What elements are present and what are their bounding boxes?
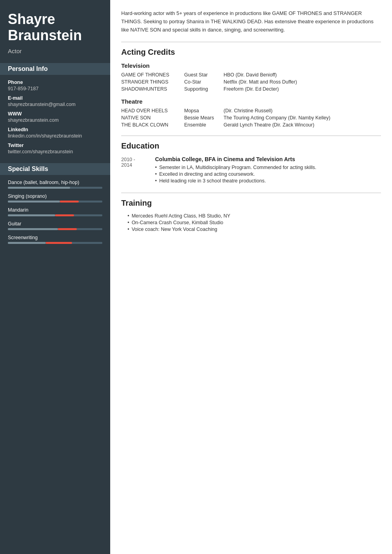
credit-row-tbc: THE BLACK CLOWN Ensemble Gerald Lynch Th…: [121, 122, 381, 128]
special-skills-header: Special Skills: [0, 163, 110, 175]
credit-row-ns: NATIVE SON Bessie Mears The Touring Acti…: [121, 115, 381, 121]
www-value: shayrezbraunstein.com: [8, 117, 102, 123]
edu-bullet-text-2: Held leading role in 3 school theatre pr…: [159, 178, 266, 184]
credit-detail-st: Netflix (Dir. Matt and Ross Duffer): [224, 79, 381, 85]
education-section: Education 2010 - 2014 Columbia College, …: [121, 141, 381, 185]
edu-date-start: 2010 -: [121, 157, 149, 162]
training-bullet-2: • Voice coach: New York Vocal Coaching: [128, 227, 381, 232]
linkedin-value: linkedin.com/in/shayrezbraunstein: [8, 133, 102, 139]
training-content: • Mercedes Ruehl Acting Class, HB Studio…: [128, 213, 381, 232]
skill-singing: Singing (soprano): [8, 193, 102, 203]
linkedin-label: LinkedIn: [8, 127, 102, 132]
skill-mandarin-accent: [55, 214, 74, 216]
credit-row-hoh: HEAD OVER HEELS Mopsa (Dir. Christine Ru…: [121, 108, 381, 113]
credit-row-sh: SHADOWHUNTERS Supporting Freeform (Dir. …: [121, 86, 381, 92]
sidebar: Shayre Braunstein Actor Personal Info Ph…: [0, 0, 110, 554]
credit-detail-got: HBO (Dir. David Benioff): [224, 72, 381, 78]
training-bullet-dot-2: •: [128, 227, 129, 232]
training-title: Training: [121, 199, 381, 208]
television-subtitle: Television: [121, 62, 381, 69]
education-title: Education: [121, 141, 381, 151]
credit-show-hoh: HEAD OVER HEELS: [121, 108, 184, 113]
acting-credits-title: Acting Credits: [121, 48, 381, 57]
credit-role-hoh: Mopsa: [184, 108, 224, 113]
credit-detail-sh: Freeform (Dir. Ed Decter): [224, 86, 381, 92]
skills-section: Dance (ballet, ballroom, hip-hop) Singin…: [8, 180, 102, 244]
edu-entry-0: 2010 - 2014 Columbia College, BFA in Cin…: [121, 156, 381, 185]
acting-credits-section: Acting Credits Television GAME OF THRONE…: [121, 48, 381, 128]
training-section: Training • Mercedes Ruehl Acting Class, …: [121, 199, 381, 232]
www-label: WWW: [8, 111, 102, 117]
edu-bullet-text-0: Semester in LA, Multidisciplinary Progra…: [159, 165, 316, 170]
skill-singing-accent: [60, 201, 79, 203]
personal-info-section: Phone 917-859-7187 E-mail shayrezbraunst…: [8, 80, 102, 154]
skill-screenwriting: Screenwriting: [8, 235, 102, 244]
phone-label: Phone: [8, 80, 102, 85]
skill-singing-bar: [8, 201, 102, 203]
skill-guitar-fill: [8, 228, 58, 230]
credit-show-got: GAME OF THRONES: [121, 72, 184, 78]
personal-info-header: Personal Info: [0, 63, 110, 75]
email-label: E-mail: [8, 95, 102, 101]
edu-bullet-text-1: Excelled in directing and acting coursew…: [159, 171, 255, 177]
skill-singing-fill: [8, 201, 60, 203]
edu-school: Columbia College, BFA in Cinema and Tele…: [155, 156, 316, 162]
skill-screenwriting-fill: [8, 242, 46, 244]
training-bullet-text-1: On-Camera Crash Course, Kimball Studio: [131, 220, 223, 225]
credit-role-tbc: Ensemble: [184, 122, 224, 128]
skill-dance-fill: [8, 187, 70, 189]
candidate-title: Actor: [8, 48, 102, 54]
edu-bullet-dot-0: •: [155, 165, 157, 170]
credit-show-ns: NATIVE SON: [121, 115, 184, 121]
training-bullet-dot-0: •: [128, 213, 129, 219]
edu-content: Columbia College, BFA in Cinema and Tele…: [155, 156, 316, 185]
training-bullet-text-0: Mercedes Ruehl Acting Class, HB Studio, …: [131, 213, 230, 219]
edu-bullet-2: • Held leading role in 3 school theatre …: [155, 178, 316, 184]
skill-guitar-bar: [8, 228, 102, 230]
skill-guitar-label: Guitar: [8, 221, 102, 227]
training-bullet-0: • Mercedes Ruehl Acting Class, HB Studio…: [128, 213, 381, 219]
credit-detail-ns: The Touring Acting Company (Dir. Namby K…: [224, 115, 381, 121]
credit-role-ns: Bessie Mears: [184, 115, 224, 121]
skill-screenwriting-accent: [46, 242, 72, 244]
television-block: Television GAME OF THRONES Guest Star HB…: [121, 62, 381, 92]
edu-bullet-0: • Semester in LA, Multidisciplinary Prog…: [155, 165, 316, 170]
training-bullet-dot-1: •: [128, 220, 129, 225]
credit-show-tbc: THE BLACK CLOWN: [121, 122, 184, 128]
skill-screenwriting-label: Screenwriting: [8, 235, 102, 240]
edu-bullet-dot-2: •: [155, 178, 157, 184]
theatre-block: Theatre HEAD OVER HEELS Mopsa (Dir. Chri…: [121, 98, 381, 128]
theatre-subtitle: Theatre: [121, 98, 381, 105]
credit-detail-hoh: (Dir. Christine Russell): [224, 108, 381, 113]
credit-show-st: STRANGER THINGS: [121, 79, 184, 85]
skill-mandarin-label: Mandarin: [8, 207, 102, 213]
skill-dance: Dance (ballet, ballroom, hip-hop): [8, 180, 102, 189]
credit-detail-tbc: Gerald Lynch Theatre (Dir. Zack Wincour): [224, 122, 381, 128]
twitter-value: twitter.com/shayrezbraunstein: [8, 149, 102, 154]
candidate-name: Shayre Braunstein: [8, 11, 102, 44]
skill-dance-bar: [8, 187, 102, 189]
training-bullet-text-2: Voice coach: New York Vocal Coaching: [131, 227, 217, 232]
skill-dance-label: Dance (ballet, ballroom, hip-hop): [8, 180, 102, 185]
credit-role-sh: Supporting: [184, 86, 224, 92]
skill-guitar-accent: [58, 228, 77, 230]
training-bullet-1: • On-Camera Crash Course, Kimball Studio: [128, 220, 381, 225]
acting-divider: [121, 42, 381, 42]
twitter-label: Twitter: [8, 143, 102, 148]
skill-mandarin-bar: [8, 214, 102, 216]
skill-mandarin-fill: [8, 214, 55, 216]
edu-dates: 2010 - 2014: [121, 156, 149, 185]
credit-role-st: Co-Star: [184, 79, 224, 85]
phone-value: 917-859-7187: [8, 86, 102, 91]
credit-row-st: STRANGER THINGS Co-Star Netflix (Dir. Ma…: [121, 79, 381, 85]
credit-show-sh: SHADOWHUNTERS: [121, 86, 184, 92]
edu-bullet-1: • Excelled in directing and acting cours…: [155, 171, 316, 177]
skill-singing-label: Singing (soprano): [8, 193, 102, 199]
skill-mandarin: Mandarin: [8, 207, 102, 216]
credit-row-got: GAME OF THRONES Guest Star HBO (Dir. Dav…: [121, 72, 381, 78]
skill-screenwriting-bar: [8, 242, 102, 244]
main-content: Hard-working actor with 5+ years of expe…: [110, 0, 392, 554]
edu-date-end: 2014: [121, 162, 149, 168]
email-value: shayrezbraunstein@gmail.com: [8, 102, 102, 107]
credit-role-got: Guest Star: [184, 72, 224, 78]
